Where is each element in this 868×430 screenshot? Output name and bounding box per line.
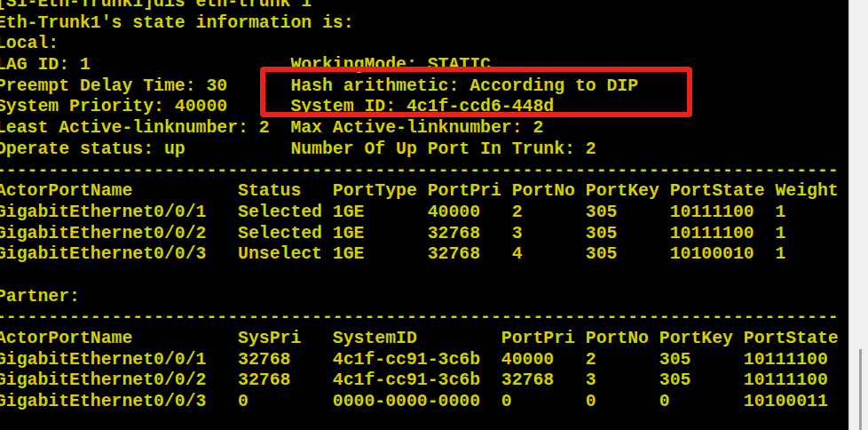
- scrollbar-track[interactable]: [848, 0, 868, 430]
- scrollbar-thumb[interactable]: [859, 349, 862, 430]
- terminal-line-linknumbers: Least Active-linknumber: 2 Max Active-li…: [0, 118, 839, 139]
- terminal-line-prompt-command: [S1-Eth-Trunk1]dis eth-trunk 1: [0, 0, 839, 13]
- terminal-output: [S1-Eth-Trunk1]dis eth-trunk 1Eth-Trunk1…: [0, 0, 839, 430]
- terminal-window[interactable]: [S1-Eth-Trunk1]dis eth-trunk 1Eth-Trunk1…: [0, 0, 868, 430]
- terminal-line-local: Local:: [0, 34, 839, 55]
- terminal-separator: ----------------------------------------…: [0, 307, 839, 329]
- terminal-line-operate-status: Operate status: up Number Of Up Port In …: [0, 139, 839, 161]
- partner-table-row: GigabitEthernet0/0/2 32768 4c1f-cc91-3c6…: [0, 370, 839, 392]
- terminal-line-state-info: Eth-Trunk1's state information is:: [0, 13, 839, 35]
- terminal-line-lag-workingmode: LAG ID: 1 WorkingMode: STATIC: [0, 55, 839, 76]
- terminal-line-partner: Partner:: [0, 287, 839, 308]
- partner-table-header: ActorPortName SysPri SystemID PortPri Po…: [0, 329, 839, 350]
- terminal-line-syspri-systemid: System Priority: 40000 System ID: 4c1f-c…: [0, 97, 839, 118]
- terminal-line-preempt-hash: Preempt Delay Time: 30 Hash arithmetic: …: [0, 76, 839, 98]
- local-table-row: GigabitEthernet0/0/3 Unselect 1GE 32768 …: [0, 244, 839, 266]
- partner-table-row: GigabitEthernet0/0/3 0 0000-0000-0000 0 …: [0, 392, 839, 413]
- partner-table-row: GigabitEthernet0/0/1 32768 4c1f-cc91-3c6…: [0, 350, 839, 371]
- terminal-separator: ----------------------------------------…: [0, 161, 839, 182]
- terminal-blank-line: [0, 266, 839, 287]
- local-table-row: GigabitEthernet0/0/1 Selected 1GE 40000 …: [0, 203, 839, 224]
- local-table-header: ActorPortName Status PortType PortPri Po…: [0, 181, 839, 203]
- local-table-row: GigabitEthernet0/0/2 Selected 1GE 32768 …: [0, 224, 839, 245]
- terminal-blank-line: [0, 413, 839, 430]
